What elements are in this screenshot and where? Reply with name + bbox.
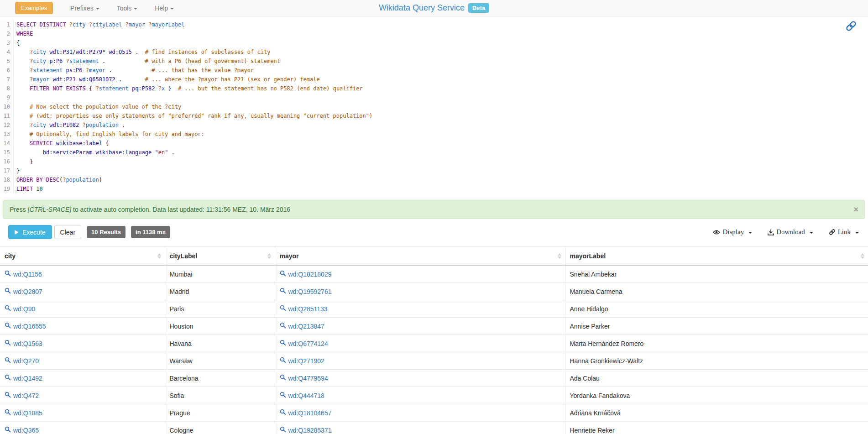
- table-row: wd:Q365Colognewd:Q19285371Henriette Reke…: [0, 422, 868, 434]
- cell-mayorLabel: Henriette Reker: [565, 422, 868, 434]
- clear-button[interactable]: Clear: [54, 225, 81, 239]
- cell-city: wd:Q90: [0, 300, 165, 318]
- cell-mayorLabel: Adriana Krnáčová: [565, 404, 868, 422]
- entity-link[interactable]: wd:Q6774124: [288, 340, 328, 347]
- entity-link[interactable]: wd:Q472: [13, 392, 39, 399]
- cell-mayorLabel: Hanna Gronkiewicz-Waltz: [565, 352, 868, 370]
- cell-mayor: wd:Q2851133: [275, 300, 565, 318]
- code-line: 7 ?mayor wdt:P21 wd:Q6581072 . # ... whe…: [0, 75, 868, 84]
- chevron-down-icon: [96, 8, 99, 10]
- line-number: 6: [0, 66, 14, 75]
- menu-prefixes[interactable]: Prefixes: [70, 5, 99, 12]
- results-table: citycityLabelmayormayorLabel wd:Q1156Mum…: [0, 246, 868, 434]
- cell-city: wd:Q1492: [0, 370, 165, 387]
- cell-mayorLabel: Marta Hernández Romero: [565, 335, 868, 352]
- search-icon: [280, 426, 286, 434]
- notice-text: Press [CTRL-SPACE] to activate auto comp…: [10, 206, 290, 213]
- line-number: 16: [0, 157, 14, 166]
- entity-link[interactable]: wd:Q90: [13, 305, 35, 313]
- entity-link[interactable]: wd:Q16555: [13, 323, 46, 330]
- line-number: 13: [0, 130, 14, 139]
- menu-help[interactable]: Help: [155, 5, 174, 12]
- entity-link[interactable]: wd:Q270: [13, 357, 39, 365]
- code-line: 14 SERVICE wikibase:label {: [0, 139, 868, 148]
- search-icon: [5, 305, 11, 313]
- cell-mayor: wd:Q271902: [275, 352, 565, 370]
- cell-cityLabel: Paris: [165, 300, 275, 318]
- search-icon: [280, 322, 286, 330]
- column-header-city[interactable]: city: [0, 247, 165, 266]
- cell-city: wd:Q1563: [0, 335, 165, 352]
- entity-link[interactable]: wd:Q18104657: [288, 409, 332, 417]
- download-label: Download: [776, 228, 805, 236]
- link-icon: [829, 229, 836, 235]
- entity-link[interactable]: wd:Q271902: [288, 357, 324, 365]
- line-number: 8: [0, 84, 14, 93]
- chevron-down-icon: [748, 232, 752, 234]
- cell-cityLabel: Prague: [165, 404, 275, 422]
- entity-link[interactable]: wd:Q4779594: [288, 375, 328, 382]
- cell-mayorLabel: Annise Parker: [565, 318, 868, 335]
- entity-link[interactable]: wd:Q2807: [13, 288, 42, 295]
- code-line: 15 bd:serviceParam wikibase:language "en…: [0, 148, 868, 157]
- menu-prefixes-label: Prefixes: [70, 5, 94, 12]
- link-label: Link: [838, 228, 851, 236]
- page-title: Wikidata Query Service: [379, 3, 465, 13]
- column-header-mayor[interactable]: mayor: [275, 247, 565, 266]
- column-header-cityLabel[interactable]: cityLabel: [165, 247, 275, 266]
- code-line: 10 # Now select the population value of …: [0, 102, 868, 111]
- cell-mayorLabel: Snehal Ambekar: [565, 266, 868, 283]
- navbar: Examples Prefixes Tools Help Wikidata Qu…: [0, 0, 868, 16]
- cell-city: wd:Q270: [0, 352, 165, 370]
- chevron-down-icon: [134, 8, 137, 10]
- search-icon: [280, 409, 286, 417]
- link-dropdown[interactable]: Link: [829, 228, 859, 236]
- download-dropdown[interactable]: Download: [768, 228, 813, 236]
- cell-cityLabel: Havana: [165, 335, 275, 352]
- line-number: 9: [0, 93, 14, 102]
- menu-tools[interactable]: Tools: [117, 5, 138, 12]
- line-number: 15: [0, 148, 14, 157]
- cell-cityLabel: Houston: [165, 318, 275, 335]
- search-icon: [280, 305, 286, 313]
- entity-link[interactable]: wd:Q1492: [13, 375, 42, 382]
- code-line: 9: [0, 93, 868, 102]
- close-icon[interactable]: ×: [853, 205, 858, 214]
- entity-link[interactable]: wd:Q19285371: [288, 427, 332, 434]
- line-number: 1: [0, 20, 14, 29]
- cell-cityLabel: Sofia: [165, 387, 275, 404]
- table-row: wd:Q1156Mumbaiwd:Q18218029Snehal Ambekar: [0, 266, 868, 283]
- line-number: 5: [0, 57, 14, 66]
- entity-link[interactable]: wd:Q213847: [288, 323, 324, 330]
- line-number: 11: [0, 111, 14, 120]
- cell-cityLabel: Madrid: [165, 283, 275, 300]
- search-icon: [5, 340, 11, 347]
- menu-tools-label: Tools: [117, 5, 132, 12]
- cell-cityLabel: Mumbai: [165, 266, 275, 283]
- cell-mayor: wd:Q18104657: [275, 404, 565, 422]
- cell-mayor: wd:Q4779594: [275, 370, 565, 387]
- cell-city: wd:Q365: [0, 422, 165, 434]
- entity-link[interactable]: wd:Q18218029: [288, 271, 332, 278]
- entity-link[interactable]: wd:Q19592761: [288, 288, 332, 295]
- entity-link[interactable]: wd:Q1085: [13, 409, 42, 417]
- execute-button[interactable]: Execute: [8, 225, 52, 239]
- link-icon[interactable]: [845, 20, 857, 34]
- entity-link[interactable]: wd:Q444718: [288, 392, 324, 399]
- entity-link[interactable]: wd:Q2851133: [288, 305, 328, 313]
- line-number: 4: [0, 47, 14, 57]
- cell-mayor: wd:Q444718: [275, 387, 565, 404]
- code-line: 13 # Optionally, find English labels for…: [0, 130, 868, 139]
- display-dropdown[interactable]: Display: [713, 228, 752, 236]
- column-header-mayorLabel[interactable]: mayorLabel: [565, 247, 868, 266]
- sort-icon: [267, 253, 271, 259]
- line-number: 19: [0, 184, 14, 193]
- query-editor[interactable]: 1SELECT DISTINCT ?city ?cityLabel ?mayor…: [0, 16, 868, 196]
- cell-cityLabel: Cologne: [165, 422, 275, 434]
- entity-link[interactable]: wd:Q1563: [13, 340, 42, 347]
- cell-mayor: wd:Q18218029: [275, 266, 565, 283]
- entity-link[interactable]: wd:Q1156: [13, 271, 42, 278]
- code-line: 11 # (wdt: properties use only statement…: [0, 111, 868, 120]
- entity-link[interactable]: wd:Q365: [13, 427, 39, 434]
- examples-button[interactable]: Examples: [15, 2, 53, 14]
